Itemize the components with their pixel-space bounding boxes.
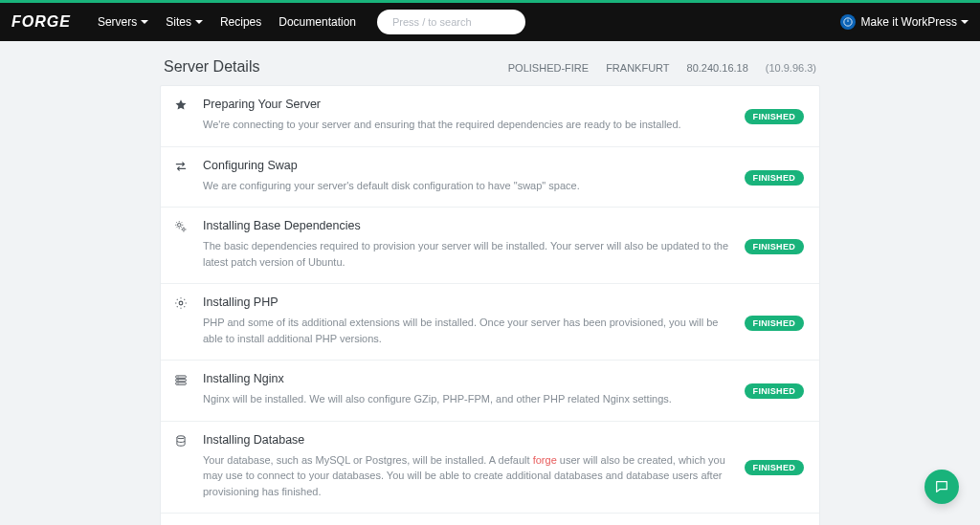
step-status: FINISHED: [745, 236, 804, 253]
cogs-icon: [174, 219, 203, 237]
nav-servers[interactable]: Servers: [98, 15, 148, 29]
step-body: Installing Base DependenciesThe basic de…: [203, 219, 745, 270]
chat-icon: [934, 479, 949, 494]
nav-recipes[interactable]: Recipes: [220, 15, 261, 29]
status-badge: FINISHED: [745, 170, 804, 186]
step-description: PHP and some of its additional extension…: [203, 315, 735, 346]
nav-sites[interactable]: Sites: [166, 15, 203, 29]
step-body: Installing NginxNginx will be installed.…: [203, 372, 745, 407]
step-body: Preparing Your ServerWe're connecting to…: [203, 98, 745, 133]
provisioning-step: Configuring SwapWe are configuring your …: [161, 146, 819, 208]
step-title: Preparing Your Server: [203, 98, 735, 111]
brand-logo[interactable]: FORGE: [11, 13, 71, 31]
swap-icon: [174, 159, 203, 177]
database-icon: [174, 433, 203, 451]
step-status: FINISHED: [745, 381, 804, 398]
status-badge: FINISHED: [745, 109, 804, 124]
nav-servers-label: Servers: [98, 15, 137, 29]
page-header: Server Details POLISHED-FIRE FRANKFURT 8…: [160, 58, 820, 85]
status-badge: FINISHED: [745, 383, 804, 399]
step-title: Installing Database: [203, 433, 735, 447]
step-description: The basic dependencies required to provi…: [203, 238, 735, 270]
provisioning-steps: Preparing Your ServerWe're connecting to…: [160, 85, 820, 525]
server-name: POLISHED-FIRE: [508, 62, 589, 74]
step-body: Installing PHPPHP and some of its additi…: [203, 295, 745, 346]
provisioning-step: Installing PHPPHP and some of its additi…: [161, 283, 819, 360]
server-icon: [174, 372, 203, 390]
user-menu[interactable]: Make it WorkPress: [840, 14, 969, 30]
page-title: Server Details: [164, 58, 259, 76]
step-status: FINISHED: [745, 167, 804, 185]
primary-nav: Servers Sites Recipes Documentation: [98, 15, 356, 29]
step-description: Nginx will be installed. We will also co…: [203, 391, 735, 407]
avatar: [840, 14, 856, 30]
topbar: FORGE Servers Sites Recipes Documentatio…: [0, 0, 980, 41]
provisioning-step: Installing Base DependenciesThe basic de…: [161, 207, 819, 283]
gear-icon: [174, 295, 203, 314]
step-title: Installing Base Dependencies: [203, 219, 735, 232]
server-region: FRANKFURT: [606, 62, 669, 74]
status-badge: FINISHED: [745, 239, 804, 254]
server-ip: 80.240.16.18: [687, 62, 748, 74]
server-private-ip: (10.9.96.3): [766, 62, 816, 74]
step-title: Installing PHP: [203, 295, 735, 309]
step-description: We are configuring your server's default…: [203, 178, 735, 194]
status-badge: FINISHED: [745, 460, 804, 475]
provisioning-step: Installing RedisRedis is an in-memory da…: [161, 513, 819, 525]
nav-documentation[interactable]: Documentation: [278, 15, 356, 29]
step-status: FINISHED: [745, 106, 804, 123]
step-title: Configuring Swap: [203, 159, 735, 172]
step-description: Your database, such as MySQL or Postgres…: [203, 452, 735, 500]
nav-documentation-label: Documentation: [278, 15, 356, 29]
star-icon: [174, 98, 203, 116]
step-description: We're connecting to your server and ensu…: [203, 117, 735, 133]
provisioning-step: Installing NginxNginx will be installed.…: [161, 360, 819, 421]
nav-recipes-label: Recipes: [220, 15, 261, 29]
status-badge: FINISHED: [745, 316, 804, 331]
nav-sites-label: Sites: [166, 15, 191, 29]
search-input[interactable]: [392, 16, 524, 28]
chevron-down-icon: [961, 20, 969, 24]
provisioning-step: Preparing Your ServerWe're connecting to…: [161, 86, 819, 146]
provisioning-step: Installing DatabaseYour database, such a…: [161, 421, 819, 514]
step-body: Installing DatabaseYour database, such a…: [203, 433, 745, 500]
help-fab[interactable]: [924, 470, 959, 504]
step-title: Installing Nginx: [203, 372, 735, 385]
step-status: FINISHED: [745, 457, 804, 474]
step-body: Configuring SwapWe are configuring your …: [203, 159, 745, 194]
chevron-down-icon: [195, 20, 203, 24]
user-menu-label: Make it WorkPress: [861, 15, 957, 29]
chevron-down-icon: [141, 20, 148, 24]
search-box[interactable]: [377, 10, 525, 34]
step-status: FINISHED: [745, 313, 804, 330]
